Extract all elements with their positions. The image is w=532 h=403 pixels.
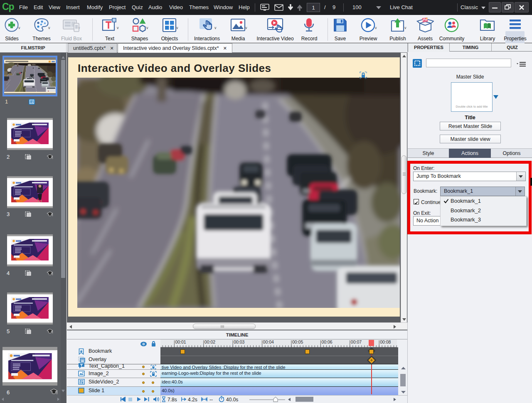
svg-text:00:08: 00:08 bbox=[380, 339, 391, 344]
svg-text:00:04: 00:04 bbox=[263, 339, 274, 344]
svg-text:00:02: 00:02 bbox=[204, 339, 215, 344]
svg-text:00:07: 00:07 bbox=[351, 339, 362, 344]
svg-text:Double click to add title: Double click to add title bbox=[456, 105, 488, 108]
svg-text:00:05: 00:05 bbox=[292, 339, 303, 344]
svg-text:00:03: 00:03 bbox=[234, 339, 244, 344]
svg-text:00:06: 00:06 bbox=[321, 339, 332, 344]
svg-text:00:01: 00:01 bbox=[175, 339, 186, 344]
